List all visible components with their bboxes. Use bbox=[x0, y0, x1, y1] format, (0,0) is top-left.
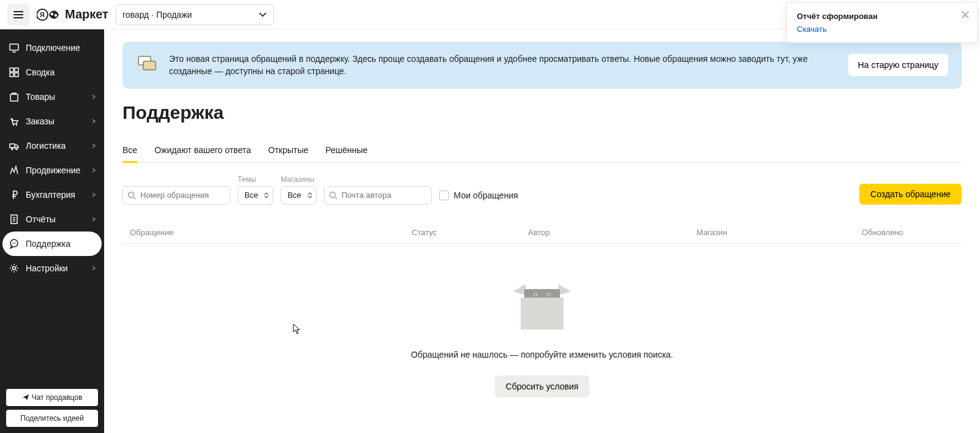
main-content: Это новая страница обращений в поддержку… bbox=[104, 29, 980, 433]
svg-point-11 bbox=[16, 124, 17, 126]
promo-icon bbox=[9, 165, 20, 176]
logo-text: Маркет bbox=[65, 7, 108, 21]
chevron-right-icon bbox=[91, 192, 97, 198]
reports-icon bbox=[9, 214, 20, 225]
search-icon bbox=[127, 191, 136, 200]
shop-selector[interactable]: говард · Продажи bbox=[116, 4, 274, 25]
sidebar-item-label: Заказы bbox=[26, 116, 55, 126]
empty-box-icon bbox=[508, 281, 576, 336]
sidebar-item-dashboard[interactable]: Сводка bbox=[0, 60, 104, 85]
chevron-right-icon bbox=[91, 265, 97, 271]
sellers-chat-button[interactable]: Чат продавцов bbox=[6, 389, 98, 406]
old-page-button[interactable]: На старую страницу bbox=[848, 54, 948, 76]
search-icon bbox=[329, 191, 337, 200]
banner-text: Это новая страница обращений в поддержку… bbox=[169, 53, 837, 78]
chevron-right-icon bbox=[91, 143, 97, 149]
sort-arrows-icon bbox=[264, 192, 269, 198]
sidebar-item-label: Товары bbox=[26, 92, 55, 102]
create-ticket-button[interactable]: Создать обращение bbox=[859, 184, 962, 205]
sort-arrows-icon bbox=[307, 192, 312, 198]
svg-rect-7 bbox=[10, 73, 13, 77]
col-shop: Магазин bbox=[696, 228, 862, 237]
col-status: Статус bbox=[412, 228, 528, 237]
ticket-number-input[interactable] bbox=[123, 186, 230, 205]
chat-bubbles-icon bbox=[136, 54, 158, 76]
chevron-right-icon bbox=[91, 216, 97, 222]
close-icon[interactable] bbox=[960, 9, 971, 20]
chevron-right-icon bbox=[91, 118, 97, 124]
shops-select[interactable]: Все bbox=[281, 186, 316, 205]
svg-rect-6 bbox=[15, 68, 18, 72]
svg-text:Я: Я bbox=[40, 11, 45, 18]
svg-point-29 bbox=[535, 293, 537, 295]
svg-rect-8 bbox=[15, 73, 18, 77]
share-idea-button[interactable]: Поделитесь идеей bbox=[6, 410, 98, 427]
telegram-icon bbox=[22, 394, 29, 401]
info-banner: Это новая страница обращений в поддержку… bbox=[123, 42, 962, 89]
col-updated: Обновлено bbox=[862, 228, 954, 237]
menu-toggle-button[interactable] bbox=[7, 4, 29, 26]
toast-title: Отчёт сформирован bbox=[797, 12, 957, 21]
sidebar-item-reports[interactable]: Отчёты bbox=[0, 207, 104, 232]
sidebar-item-connect[interactable]: Подключение bbox=[0, 36, 104, 60]
empty-text: Обращений не нашлось — попробуйте измени… bbox=[123, 350, 962, 360]
sidebar-item-support[interactable]: Поддержка bbox=[2, 232, 102, 256]
empty-state: Обращений не нашлось — попробуйте измени… bbox=[123, 244, 962, 397]
sidebar-item-gear[interactable]: Настройки bbox=[0, 256, 104, 281]
shop-selected-label: говард · Продажи bbox=[123, 10, 192, 20]
col-ticket: Обращение bbox=[130, 228, 412, 237]
svg-marker-26 bbox=[559, 284, 571, 295]
svg-rect-22 bbox=[143, 61, 156, 70]
svg-rect-9 bbox=[10, 94, 18, 101]
reset-filters-button[interactable]: Сбросить условия bbox=[495, 375, 590, 397]
sidebar-item-label: Подключение bbox=[26, 43, 80, 53]
tab[interactable]: Решённые bbox=[325, 139, 368, 163]
page-title: Поддержка bbox=[123, 102, 962, 123]
orders-icon bbox=[9, 116, 20, 127]
sidebar-item-truck[interactable]: Логистика bbox=[0, 134, 104, 158]
svg-rect-12 bbox=[10, 144, 15, 148]
ruble-icon bbox=[9, 189, 20, 200]
author-email-input[interactable] bbox=[324, 186, 432, 205]
tab[interactable]: Ожидают вашего ответа bbox=[154, 139, 251, 163]
col-author: Автор bbox=[528, 228, 696, 237]
sidebar-bottom: Чат продавцов Поделитесь идеей bbox=[6, 389, 98, 427]
my-tickets-label: Мои обращения bbox=[454, 190, 518, 200]
svg-point-31 bbox=[548, 293, 550, 295]
sidebar-item-goods[interactable]: Товары bbox=[0, 85, 104, 109]
sidebar-item-label: Поддержка bbox=[26, 239, 70, 249]
svg-point-10 bbox=[13, 124, 14, 126]
chevron-right-icon bbox=[91, 94, 97, 100]
tab[interactable]: Открытые bbox=[268, 139, 309, 163]
my-tickets-checkbox[interactable] bbox=[439, 190, 449, 200]
sidebar-item-label: Бухгалтерия bbox=[26, 190, 75, 200]
svg-rect-32 bbox=[521, 298, 564, 329]
sidebar-item-label: Отчёты bbox=[26, 214, 56, 224]
svg-rect-5 bbox=[10, 68, 13, 72]
toast-download-link[interactable]: Скачать bbox=[797, 24, 957, 34]
svg-rect-4 bbox=[10, 44, 18, 50]
svg-point-2 bbox=[51, 12, 53, 15]
connect-icon bbox=[9, 42, 20, 53]
shops-label: Магазины bbox=[281, 175, 316, 184]
svg-point-19 bbox=[15, 243, 17, 244]
logo[interactable]: Я Маркет bbox=[37, 7, 108, 21]
tab[interactable]: Все bbox=[123, 139, 137, 163]
sidebar-item-promo[interactable]: Продвижение bbox=[0, 158, 104, 183]
svg-point-24 bbox=[330, 192, 335, 197]
svg-point-17 bbox=[12, 243, 13, 244]
svg-point-23 bbox=[129, 192, 134, 197]
support-icon bbox=[9, 238, 20, 249]
filters-row: Темы Все Магазины Все bbox=[123, 175, 962, 205]
sidebar-item-label: Сводка bbox=[26, 67, 55, 77]
sidebar-item-orders[interactable]: Заказы bbox=[0, 109, 104, 134]
chevron-right-icon bbox=[91, 167, 97, 173]
chevron-down-icon bbox=[258, 10, 267, 19]
sidebar-item-label: Продвижение bbox=[26, 165, 80, 175]
sidebar-item-label: Логистика bbox=[26, 141, 66, 151]
logo-icon: Я bbox=[37, 8, 62, 21]
svg-marker-25 bbox=[513, 284, 526, 295]
topics-select[interactable]: Все bbox=[238, 186, 273, 205]
sidebar-item-ruble[interactable]: Бухгалтерия bbox=[0, 183, 104, 207]
truck-icon bbox=[9, 140, 20, 151]
